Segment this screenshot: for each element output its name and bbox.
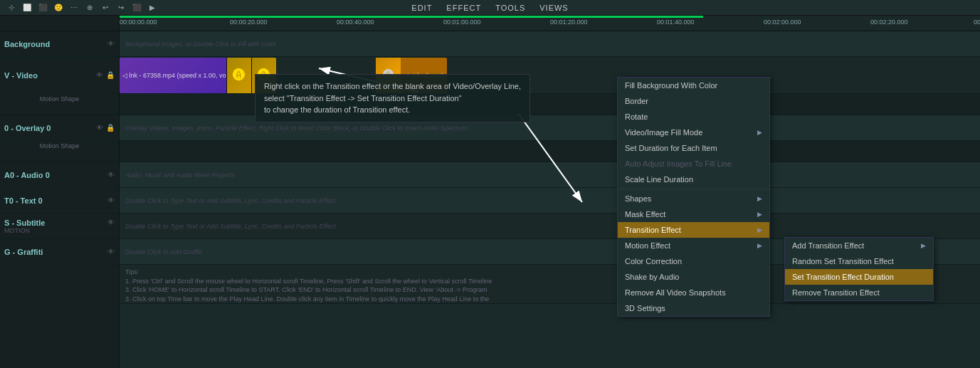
menu-item-transition-effect[interactable]: Transition Effect ▶ [618,222,769,238]
track-label-text-text: T0 - Text 0 [4,196,43,205]
shapes-arrow: ▶ [757,195,762,202]
menu-item-remove-transition[interactable]: Remove Transition Effect [785,285,933,300]
tooltip-line3: to change the duration of Transition eff… [264,104,521,116]
track-text-icons: 👁 [107,196,115,204]
track-label-graffiti-text: G - Graffiti [4,248,43,256]
redo-icon[interactable]: ↪ [115,2,127,14]
main-container: Background 👁 V - Video 👁 🔒 Motion Shape … [0,31,980,368]
eye-icon-subtitle[interactable]: 👁 [107,219,115,226]
menu-tools[interactable]: TOOLS [495,4,525,12]
motion-arrow: ▶ [757,242,762,249]
graffiti-placeholder: Double Click to Add Graffiti [125,248,202,256]
text-placeholder: Double Click to Type Text or Add Subtitl… [125,197,336,204]
eye-icon-graffiti[interactable]: 👁 [107,248,115,256]
time-mark-5: 00:01:40.000 [657,19,695,26]
track-label-text: T0 - Text 0 👁 [0,188,119,214]
track-row-text[interactable]: Double Click to Type Text or Add Subtitl… [120,188,980,214]
play-icon[interactable]: ▶ [147,2,158,14]
track-row-motion1 [120,94,980,115]
audio-placeholder: Audio, Music and Audio Mixer Projects [125,172,235,179]
bg-placeholder: Background Images, or Double Click to Fi… [125,41,277,48]
track-label-video-text: V - Video [4,71,38,80]
time-mark-8: 00:02:40 [974,19,980,26]
track-label-audio-text: A0 - Audio 0 [4,171,50,179]
menu-item-3d-settings[interactable]: 3D Settings [618,300,769,316]
track-label-tips [0,265,119,304]
menu-item-random-transition[interactable]: Random Set Transition Effect [785,253,933,269]
crop-icon[interactable]: ⬛ [37,2,48,14]
track-label-audio: A0 - Audio 0 👁 [0,162,119,188]
toolbar-icons: ⊹ ⬜ ⬛ 🙂 ⋯ ⊕ ↩ ↪ ⬛ ▶ [6,2,158,14]
timeline-ruler[interactable]: 00:00:00.000 00:00:20.000 00:00:40.000 0… [120,16,980,31]
timeline-ruler-container: 00:00:00.000 00:00:20.000 00:00:40.000 0… [0,16,980,31]
emoji-icon[interactable]: 🙂 [53,2,64,14]
eye-icon-video[interactable]: 👁 [96,71,103,79]
select-icon[interactable]: ⬜ [21,2,33,14]
eye-icon-bg[interactable]: 👁 [107,40,115,48]
thumb-letter-a1: 🅐 [226,58,251,93]
menu-item-shake-audio[interactable]: Shake by Audio [618,269,769,285]
eye-icon-overlay[interactable]: 👁 [96,124,103,132]
menu-item-color-correction[interactable]: Color Correction [618,253,769,269]
move-icon[interactable]: ⊹ [6,2,17,14]
context-menu-primary: Fill Background With Color Border Rotate… [617,77,770,317]
mask-arrow: ▶ [757,211,762,218]
menu-item-border[interactable]: Border [618,93,769,109]
menu-edit[interactable]: EDIT [411,4,432,12]
toolbar-menus: EDIT EFFECT TOOLS VIEWS [411,4,568,12]
menu-item-remove-snapshots[interactable]: Remove All Video Snapshots [618,285,769,300]
lock-icon-video[interactable]: 🔒 [106,71,115,79]
menu-item-add-transition[interactable]: Add Transition Effect ▶ [785,238,933,253]
track-label-overlay-text: 0 - Overlay 0 [4,124,51,132]
time-mark-0: 00:00:00.000 [120,19,157,26]
track-graffiti-icons: 👁 [107,248,115,256]
context-menu-secondary: Add Transition Effect ▶ Random Set Trans… [784,237,934,301]
track-row-background[interactable]: Background Images, or Double Click to Fi… [120,31,980,57]
eye-icon-audio[interactable]: 👁 [107,171,115,179]
menu-item-fill-bg[interactable]: Fill Background With Color [618,78,769,93]
menu-item-fill-mode[interactable]: Video/Image Fill Mode ▶ [618,125,769,140]
track-label-overlay: 0 - Overlay 0 👁 🔒 [0,115,119,141]
track-label-subtitle-text: S - Subtitle [4,219,45,227]
track-row-motion2 [120,141,980,162]
timeline-content[interactable]: Background Images, or Double Click to Fi… [120,31,980,368]
track-row-overlay[interactable]: Overlay Videos, Images, Icons, Particle … [120,115,980,141]
menu-item-shapes[interactable]: Shapes ▶ [618,191,769,206]
fill-mode-arrow: ▶ [757,129,762,136]
video-clip-1[interactable]: ◁ lnk - 67358.mp4 (speed x 1.00, volume … [120,58,276,93]
eye-icon-text[interactable]: 👁 [107,196,115,204]
time-mark-1: 00:00:20.000 [230,19,268,26]
menu-item-scale[interactable]: Scale Line Duration [618,172,769,187]
track-overlay-icons: 👁 🔒 [96,124,115,132]
tooltip-box: Right click on the Transition effect or … [255,74,530,122]
tooltip-line1: Right click on the Transition effect or … [264,80,521,93]
add-transition-arrow: ▶ [921,242,926,249]
track-audio-icons: 👁 [107,171,115,179]
playhead-bar [120,16,703,18]
undo-icon[interactable]: ↩ [100,2,111,14]
menu-item-set-duration[interactable]: Set Transition Effect Duration [785,269,933,285]
menu-item-motion-effect[interactable]: Motion Effect ▶ [618,238,769,253]
transition-arrow: ▶ [757,226,762,233]
time-mark-2: 00:00:40.000 [337,19,374,26]
menu-item-duration[interactable]: Set Duration for Each Item [618,140,769,156]
track-labels: Background 👁 V - Video 👁 🔒 Motion Shape … [0,31,120,368]
track-label-graffiti: G - Graffiti 👁 [0,239,119,265]
track-label-subtitle: S - Subtitle 👁 MOTION [0,214,119,239]
stop-icon[interactable]: ⬛ [131,2,142,14]
menu-views[interactable]: VIEWS [539,4,568,12]
track-row-video[interactable]: ◁ lnk - 67358.mp4 (speed x 1.00, volume … [120,57,980,94]
menu-effect[interactable]: EFFECT [446,4,481,12]
track-label-motion2: Motion Shape [0,141,119,162]
dots-icon[interactable]: ⋯ [68,2,80,14]
track-subtitle-icons: 👁 [107,219,115,226]
time-mark-7: 00:02:20.000 [870,19,908,26]
menu-item-mask-effect[interactable]: Mask Effect ▶ [618,206,769,222]
track-bg-icons: 👁 [107,40,115,48]
track-row-subtitle[interactable]: Double Click to Type Text or Add Subtitl… [120,214,980,239]
menu-item-rotate[interactable]: Rotate [618,109,769,125]
lock-icon-overlay[interactable]: 🔒 [106,124,115,132]
add-icon[interactable]: ⊕ [84,2,95,14]
track-motion1-text: Motion Shape [40,95,80,102]
track-row-audio[interactable]: Audio, Music and Audio Mixer Projects [120,162,980,188]
